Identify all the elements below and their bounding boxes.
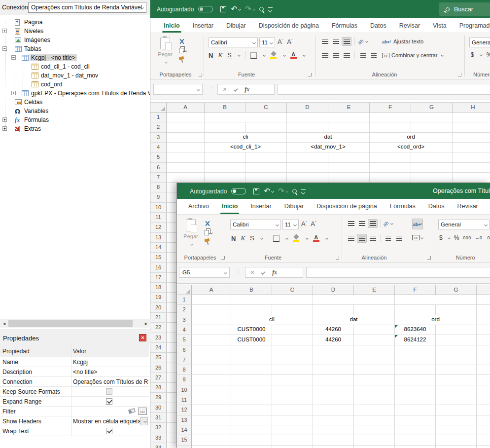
save-icon[interactable]	[220, 6, 226, 12]
cell-H3[interactable]	[453, 133, 490, 143]
fill-color-icon[interactable]	[293, 235, 300, 242]
cell-A5[interactable]	[192, 335, 231, 345]
row-header-8[interactable]: 8	[177, 365, 192, 375]
row-header-9[interactable]: 9	[150, 192, 167, 203]
scroll-left-icon[interactable]: ◄	[0, 320, 8, 327]
row-header-14[interactable]: 14	[177, 425, 192, 435]
thousands-format-button[interactable]: 000	[463, 235, 471, 240]
cell-A10[interactable]	[192, 385, 231, 395]
clipboard-dialog-launcher[interactable]	[221, 256, 225, 260]
row-header-26[interactable]: 26	[150, 363, 167, 373]
cell-D3-merged[interactable]: dat	[287, 133, 370, 143]
eraser-icon[interactable]	[128, 408, 136, 414]
cell-H3[interactable]	[477, 315, 490, 325]
shrink-font-button[interactable]: Aˇ	[287, 38, 292, 45]
font-size-select[interactable]: 11	[259, 37, 275, 47]
cell-D10[interactable]	[313, 385, 354, 395]
decrease-indent-button[interactable]	[383, 234, 393, 243]
cell-F10[interactable]	[395, 385, 436, 395]
align-left-button[interactable]	[320, 51, 330, 60]
col-header-A[interactable]: A	[192, 285, 231, 295]
percent-format-button[interactable]: %	[454, 234, 459, 241]
cell-D9[interactable]	[313, 375, 354, 385]
borders-icon[interactable]	[250, 52, 257, 59]
row-header-9[interactable]: 9	[177, 375, 192, 385]
cell-B12[interactable]	[231, 405, 272, 415]
row-header-19[interactable]: 19	[150, 293, 167, 303]
cell-H10[interactable]	[477, 385, 490, 395]
cell-G16[interactable]	[436, 446, 477, 448]
checkbox-unchecked[interactable]	[106, 388, 112, 395]
cut-icon[interactable]	[179, 38, 185, 44]
cell-A1[interactable]	[167, 112, 205, 122]
cell-D2[interactable]	[287, 122, 328, 133]
col-header-D[interactable]: D	[313, 285, 354, 295]
cut-icon[interactable]	[205, 221, 210, 226]
cell-C5[interactable]	[272, 335, 313, 345]
format-painter-icon[interactable]	[204, 238, 210, 242]
cell-B3-merged[interactable]: cli	[231, 315, 313, 325]
filter-browse-button[interactable]: …	[138, 408, 147, 415]
cell-G14[interactable]	[436, 425, 477, 435]
scroll-right-icon[interactable]: ►	[142, 320, 150, 327]
font-dialog-launcher[interactable]	[308, 73, 312, 76]
tree-item-dat-mov-1-dat-mov[interactable]: dat_mov_1 - dat_mov	[0, 71, 150, 80]
row-header-18[interactable]: 18	[150, 283, 167, 293]
cell-F5[interactable]: 8624122	[395, 335, 436, 345]
cell-B9[interactable]	[231, 375, 272, 385]
increase-indent-button[interactable]	[394, 234, 404, 243]
expand-icon[interactable]: +	[2, 126, 7, 131]
row-header-11[interactable]: 11	[150, 213, 167, 223]
cell-F6[interactable]	[370, 163, 411, 173]
cell-H12[interactable]	[477, 405, 490, 415]
cell-G5[interactable]	[436, 335, 477, 345]
cell-A13[interactable]	[192, 415, 231, 425]
cell-D6[interactable]	[313, 345, 354, 355]
row-header-6[interactable]: 6	[150, 163, 167, 173]
borders-icon[interactable]	[273, 235, 280, 242]
row-header-2[interactable]: 2	[177, 305, 192, 315]
tree-item-extras[interactable]: +Extras	[0, 124, 150, 133]
connection-select[interactable]: Operações com Títulos de Renda Variável	[28, 2, 146, 13]
cell-G5[interactable]	[411, 152, 453, 163]
cell-F3-merged[interactable]: ord	[370, 133, 453, 143]
cell-C6[interactable]	[245, 163, 287, 173]
row-header-24[interactable]: 24	[150, 343, 167, 353]
cell-A12[interactable]	[192, 405, 231, 415]
cell-D13[interactable]	[313, 415, 354, 425]
property-value[interactable]: <no title>	[73, 369, 97, 375]
cell-C12[interactable]	[272, 405, 313, 415]
cell-H6[interactable]	[453, 163, 490, 173]
row-header-12[interactable]: 12	[150, 223, 167, 233]
cell-D4-merged[interactable]: <dat_mov_1>	[287, 143, 370, 152]
expand-icon[interactable]: +	[2, 117, 7, 122]
copy-icon[interactable]	[205, 230, 209, 235]
cell-B2[interactable]	[205, 122, 245, 133]
cancel-formula-icon[interactable]: ×	[223, 85, 227, 93]
cell-G12[interactable]	[436, 405, 477, 415]
cell-C6[interactable]	[272, 345, 313, 355]
cell-G11[interactable]	[436, 395, 477, 405]
select-all-corner[interactable]	[177, 285, 192, 295]
row-header-28[interactable]: 28	[150, 383, 167, 393]
col-header-H[interactable]: H	[477, 285, 490, 295]
expand-icon[interactable]: +	[11, 91, 16, 95]
underline-button[interactable]: S	[227, 51, 232, 59]
cell-F16[interactable]	[395, 446, 436, 448]
cell-G8[interactable]	[436, 365, 477, 375]
tree-item-formulas[interactable]: +fxFórmulas	[0, 115, 150, 124]
property-value[interactable]: Operações com Títulos de Re	[73, 378, 148, 385]
cell-F11[interactable]	[395, 395, 436, 405]
row-header-5[interactable]: 5	[177, 335, 192, 345]
formula-input[interactable]	[278, 84, 490, 95]
tab-dibujar[interactable]: Dibujar	[278, 199, 311, 214]
tree-item-tablas[interactable]: −Tablas	[0, 44, 150, 53]
currency-format-button[interactable]: $	[471, 51, 474, 58]
font-size-select[interactable]: 11	[282, 220, 299, 229]
underline-button[interactable]: S	[250, 234, 254, 242]
percent-format-button[interactable]: %	[487, 51, 490, 58]
cell-B2[interactable]	[231, 305, 272, 315]
cell-F5[interactable]	[370, 152, 411, 163]
cell-E6[interactable]	[328, 163, 370, 173]
tab-formulas[interactable]: Fórmulas	[325, 18, 364, 33]
